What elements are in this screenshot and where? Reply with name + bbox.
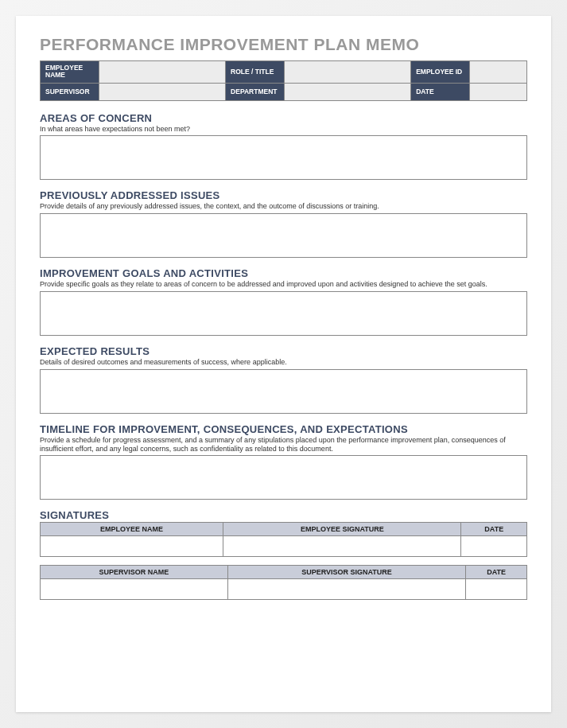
document-page: PERFORMANCE IMPROVEMENT PLAN MEMO EMPLOY… (16, 16, 551, 712)
employee-signature-table: EMPLOYEE NAME EMPLOYEE SIGNATURE DATE (40, 522, 527, 557)
timeline-section: TIMELINE FOR IMPROVEMENT, CONSEQUENCES, … (40, 423, 527, 500)
results-input-box[interactable] (40, 369, 527, 414)
results-section: EXPECTED RESULTS Details of desired outc… (40, 345, 527, 414)
timeline-subtext: Provide a schedule for progress assessme… (40, 436, 527, 454)
timeline-heading: TIMELINE FOR IMPROVEMENT, CONSEQUENCES, … (40, 423, 527, 435)
date-field[interactable] (470, 83, 527, 100)
goals-section: IMPROVEMENT GOALS AND ACTIVITIES Provide… (40, 267, 527, 336)
sup-name-header: SUPERVISOR NAME (41, 566, 228, 579)
results-heading: EXPECTED RESULTS (40, 345, 527, 357)
timeline-input-box[interactable] (40, 455, 527, 500)
emp-date-header: DATE (461, 523, 527, 536)
areas-subtext: In what areas have expectations not been… (40, 125, 527, 134)
signatures-heading: SIGNATURES (40, 509, 527, 521)
results-subtext: Details of desired outcomes and measurem… (40, 358, 527, 367)
page-title: PERFORMANCE IMPROVEMENT PLAN MEMO (40, 35, 527, 54)
previous-input-box[interactable] (40, 213, 527, 258)
employee-id-field[interactable] (470, 61, 527, 84)
goals-heading: IMPROVEMENT GOALS AND ACTIVITIES (40, 267, 527, 279)
employee-name-field[interactable] (99, 61, 225, 84)
sup-date-header: DATE (466, 566, 527, 579)
emp-name-header: EMPLOYEE NAME (41, 523, 223, 536)
role-title-field[interactable] (285, 61, 411, 84)
signatures-section: SIGNATURES EMPLOYEE NAME EMPLOYEE SIGNAT… (40, 509, 527, 600)
goals-subtext: Provide specific goals as they relate to… (40, 280, 527, 289)
role-title-label: ROLE / TITLE (226, 61, 285, 84)
emp-sig-header: EMPLOYEE SIGNATURE (223, 523, 461, 536)
areas-input-box[interactable] (40, 135, 527, 180)
emp-sig-cell[interactable] (223, 536, 461, 557)
sup-sig-cell[interactable] (227, 579, 466, 600)
supervisor-field[interactable] (99, 83, 225, 100)
areas-heading: AREAS OF CONCERN (40, 112, 527, 124)
department-label: DEPARTMENT (226, 83, 285, 100)
department-field[interactable] (285, 83, 411, 100)
goals-input-box[interactable] (40, 291, 527, 336)
previous-heading: PREVIOUSLY ADDRESSED ISSUES (40, 189, 527, 201)
areas-of-concern-section: AREAS OF CONCERN In what areas have expe… (40, 112, 527, 181)
sup-date-cell[interactable] (466, 579, 527, 600)
previous-subtext: Provide details of any previously addres… (40, 202, 527, 211)
employee-id-label: EMPLOYEE ID (411, 61, 470, 84)
emp-name-cell[interactable] (41, 536, 223, 557)
employee-info-table: EMPLOYEE NAME ROLE / TITLE EMPLOYEE ID S… (40, 60, 527, 101)
date-label: DATE (411, 83, 470, 100)
sup-sig-header: SUPERVISOR SIGNATURE (227, 566, 466, 579)
supervisor-label: SUPERVISOR (41, 83, 99, 100)
supervisor-signature-table: SUPERVISOR NAME SUPERVISOR SIGNATURE DAT… (40, 565, 527, 600)
emp-date-cell[interactable] (461, 536, 527, 557)
employee-name-label: EMPLOYEE NAME (41, 61, 99, 84)
previously-addressed-section: PREVIOUSLY ADDRESSED ISSUES Provide deta… (40, 189, 527, 258)
sup-name-cell[interactable] (41, 579, 228, 600)
